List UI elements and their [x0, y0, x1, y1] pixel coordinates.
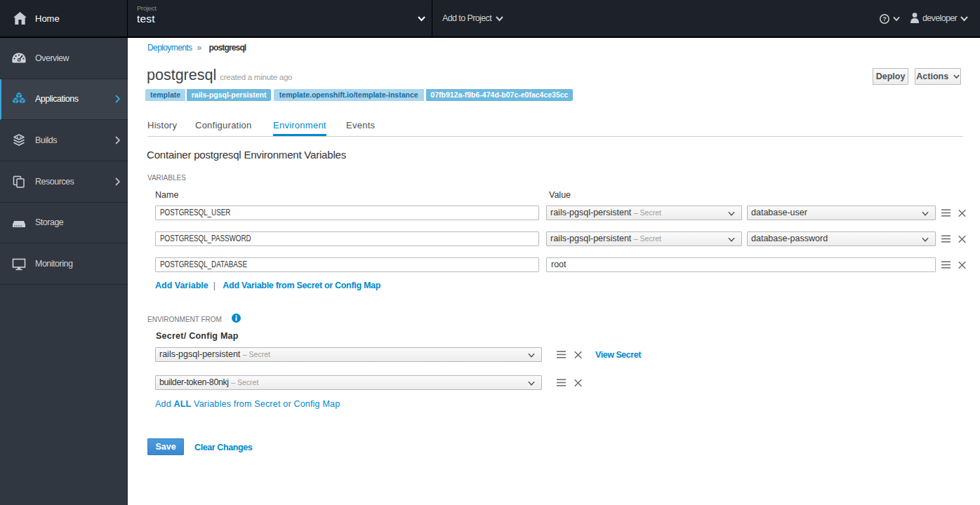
svg-text:?: ? [882, 15, 887, 22]
